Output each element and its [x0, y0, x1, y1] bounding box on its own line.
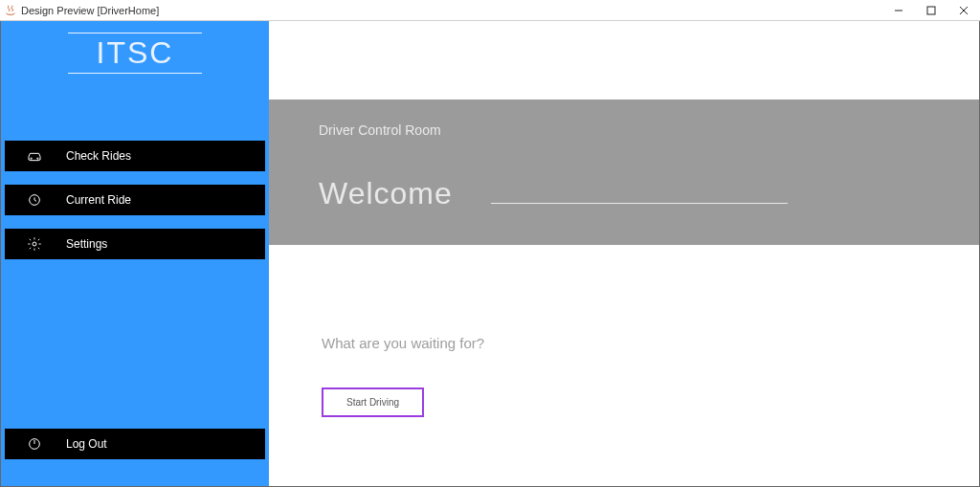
start-driving-button[interactable]: Start Driving	[322, 387, 424, 417]
svg-point-5	[37, 158, 38, 159]
cta-prompt: What are you waiting for?	[322, 335, 979, 351]
header-band: Driver Control Room Welcome	[269, 100, 979, 245]
sidebar-item-label: Check Rides	[66, 149, 131, 163]
band-title: Driver Control Room	[319, 122, 950, 138]
cta-area: What are you waiting for? Start Driving	[269, 245, 979, 417]
window-controls	[882, 0, 980, 21]
close-button[interactable]	[947, 0, 980, 21]
svg-point-7	[33, 242, 36, 246]
sidebar-item-label: Settings	[66, 237, 107, 251]
sidebar-item-label: Log Out	[66, 437, 107, 451]
main-top-gap	[269, 21, 979, 100]
sidebar-item-label: Current Ride	[66, 193, 131, 207]
car-icon	[26, 147, 43, 165]
welcome-text: Welcome	[319, 176, 453, 211]
sidebar-nav: Check Rides Current Ride Settings	[1, 141, 269, 259]
sidebar-item-check-rides[interactable]: Check Rides	[5, 141, 265, 171]
window-titlebar: Design Preview [DriverHome]	[0, 0, 980, 21]
svg-rect-1	[927, 7, 935, 14]
sidebar: ITSC Check Rides Current Ride Settings	[1, 21, 269, 486]
clock-icon	[26, 191, 43, 209]
main-content: Driver Control Room Welcome What are you…	[269, 21, 979, 486]
sidebar-item-settings[interactable]: Settings	[5, 229, 265, 259]
maximize-button[interactable]	[915, 0, 947, 21]
window-title: Design Preview [DriverHome]	[21, 5, 159, 16]
java-icon	[4, 4, 17, 17]
user-name-underline	[491, 203, 788, 204]
power-icon	[26, 435, 43, 453]
brand-wrap: ITSC	[1, 33, 269, 74]
sidebar-item-current-ride[interactable]: Current Ride	[5, 185, 265, 215]
svg-point-4	[31, 158, 32, 159]
gear-icon	[26, 235, 43, 253]
minimize-button[interactable]	[882, 0, 915, 21]
sidebar-item-logout[interactable]: Log Out	[5, 429, 265, 459]
welcome-line: Welcome	[319, 176, 950, 211]
brand: ITSC	[68, 33, 203, 74]
